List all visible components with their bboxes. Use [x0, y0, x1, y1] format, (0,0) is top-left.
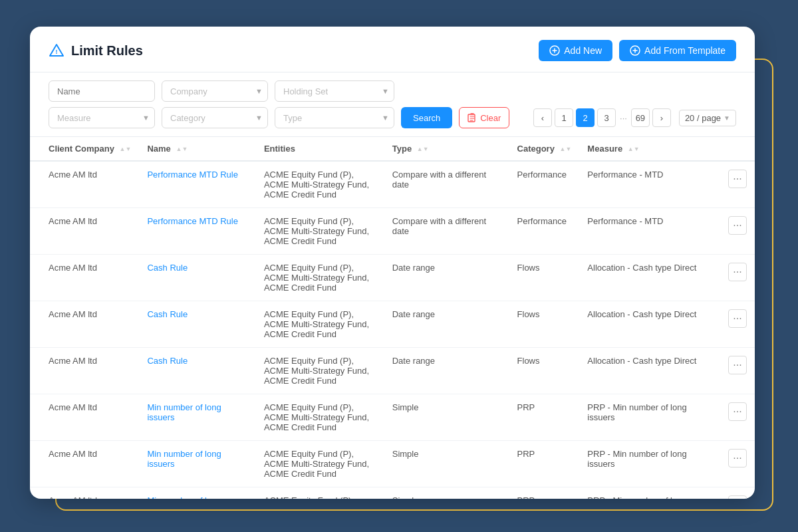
pagination: ‹ 1 2 3 ··· 69 › 20 / page ▼	[533, 108, 736, 127]
col-client-company: Client Company ▲▼	[30, 137, 139, 161]
category-select-wrapper: Category ▼	[162, 107, 268, 128]
cell-category: Flows	[509, 348, 580, 394]
cell-actions: ···	[720, 394, 755, 441]
cell-type: Simple	[384, 487, 509, 499]
cell-measure: Allocation - Cash type Direct	[579, 255, 720, 301]
cell-client: Acme AM ltd	[30, 487, 139, 499]
col-type: Type ▲▼	[384, 137, 509, 161]
cell-type: Compare with a different date	[384, 208, 509, 255]
next-page-button[interactable]: ›	[652, 108, 671, 127]
category-select[interactable]: Category	[162, 107, 268, 128]
col-measure: Measure ▲▼	[579, 137, 720, 161]
company-select-wrapper: Company ▼	[162, 80, 268, 102]
per-page-selector[interactable]: 20 / page ▼	[679, 110, 736, 126]
name-input[interactable]	[49, 80, 155, 102]
cell-actions: ···	[720, 255, 755, 301]
svg-text:!: !	[56, 49, 58, 55]
company-select[interactable]: Company	[162, 80, 268, 102]
table-row: Acme AM ltd Min number of long issuers A…	[30, 441, 755, 487]
col-actions	[720, 137, 755, 161]
page-header: ! Limit Rules Add New Add	[30, 27, 755, 72]
warning-icon: !	[49, 43, 65, 59]
type-select-wrapper: Type ▼	[275, 107, 394, 128]
cell-entities: ACME Equity Fund (P), ACME Multi-Strateg…	[256, 208, 384, 255]
cell-type: Date range	[384, 348, 509, 394]
pagination-dots: ···	[618, 113, 628, 123]
cell-actions: ···	[720, 161, 755, 208]
sort-icon-category: ▲▼	[560, 146, 572, 152]
table-row: Acme AM ltd Cash Rule ACME Equity Fund (…	[30, 255, 755, 301]
table-row: Acme AM ltd Min number of long issuers A…	[30, 487, 755, 499]
page-3-button[interactable]: 3	[597, 108, 616, 127]
more-actions-button[interactable]: ···	[728, 216, 747, 235]
page-title: Limit Rules	[71, 43, 143, 59]
measure-select-wrapper: Measure ▼	[49, 107, 155, 128]
col-category: Category ▲▼	[509, 137, 580, 161]
table-container: Client Company ▲▼ Name ▲▼ Entities Type	[30, 137, 755, 499]
cell-measure: PRP - Min number of long issuers	[579, 487, 720, 499]
page-1-button[interactable]: 1	[555, 108, 573, 127]
type-select[interactable]: Type	[275, 107, 394, 128]
cell-client: Acme AM ltd	[30, 161, 139, 208]
cell-entities: ACME Equity Fund (P), ACME Multi-Strateg…	[256, 348, 384, 394]
filter-row-1: Company ▼ Holding Set ▼	[30, 72, 755, 102]
cell-actions: ···	[720, 441, 755, 487]
limit-rules-table: Client Company ▲▼ Name ▲▼ Entities Type	[30, 137, 755, 499]
more-actions-button[interactable]: ···	[728, 170, 747, 188]
header-buttons: Add New Add From Template	[539, 40, 736, 61]
add-from-template-button[interactable]: Add From Template	[619, 40, 736, 61]
sort-icon-type: ▲▼	[417, 146, 429, 152]
cell-measure: Performance - MTD	[579, 161, 720, 208]
cell-client: Acme AM ltd	[30, 301, 139, 348]
page-2-button[interactable]: 2	[576, 108, 595, 127]
more-actions-button[interactable]: ···	[728, 402, 747, 421]
table-row: Acme AM ltd Performance MTD Rule ACME Eq…	[30, 161, 755, 208]
more-actions-button[interactable]: ···	[728, 449, 747, 467]
table-row: Acme AM ltd Min number of long issuers A…	[30, 394, 755, 441]
cell-type: Compare with a different date	[384, 161, 509, 208]
cell-measure: PRP - Min number of long issuers	[579, 394, 720, 441]
cell-category: Performance	[509, 161, 580, 208]
table-row: Acme AM ltd Cash Rule ACME Equity Fund (…	[30, 301, 755, 348]
cell-name[interactable]: Min number of long issuers	[139, 394, 255, 441]
chevron-down-icon-6: ▼	[724, 114, 730, 122]
cell-type: Simple	[384, 394, 509, 441]
plus-circle-icon	[549, 45, 560, 56]
plus-circle-icon-2	[630, 45, 640, 56]
cell-entities: ACME Equity Fund (P), ACME Multi-Strateg…	[256, 255, 384, 301]
cell-client: Acme AM ltd	[30, 441, 139, 487]
more-actions-button[interactable]: ···	[728, 356, 747, 374]
cell-name[interactable]: Min number of long issuers	[139, 441, 255, 487]
cell-actions: ···	[720, 301, 755, 348]
measure-select[interactable]: Measure	[49, 107, 155, 128]
cell-client: Acme AM ltd	[30, 208, 139, 255]
add-new-button[interactable]: Add New	[539, 40, 612, 61]
cell-entities: ACME Equity Fund (P), ACME Multi-	[256, 487, 384, 499]
cell-name[interactable]: Min number of long issuers	[139, 487, 255, 499]
last-page-button[interactable]: 69	[631, 108, 650, 127]
cell-entities: ACME Equity Fund (P), ACME Multi-Strateg…	[256, 441, 384, 487]
clear-icon	[467, 113, 477, 122]
cell-name: Cash Rule	[139, 348, 255, 394]
search-button[interactable]: Search	[401, 107, 452, 128]
col-name: Name ▲▼	[139, 137, 255, 161]
cell-measure: PRP - Min number of long issuers	[579, 441, 720, 487]
more-actions-button[interactable]: ···	[728, 263, 747, 281]
clear-button[interactable]: Clear	[459, 107, 509, 128]
cell-actions: ···	[720, 487, 755, 499]
cell-category: PRP	[509, 487, 580, 499]
sort-icon: ▲▼	[120, 146, 132, 152]
cell-name[interactable]: Performance MTD Rule	[139, 161, 255, 208]
more-actions-button[interactable]: ···	[728, 309, 747, 328]
cell-entities: ACME Equity Fund (P), ACME Multi-Strateg…	[256, 301, 384, 348]
holding-set-select[interactable]: Holding Set	[275, 80, 394, 102]
cell-name[interactable]: Performance MTD Rule	[139, 208, 255, 255]
more-actions-button[interactable]: ···	[728, 495, 747, 499]
cell-category: Flows	[509, 301, 580, 348]
table-header-row: Client Company ▲▼ Name ▲▼ Entities Type	[30, 137, 755, 161]
cell-measure: Allocation - Cash type Direct	[579, 301, 720, 348]
holding-set-select-wrapper: Holding Set ▼	[275, 80, 394, 102]
prev-page-button[interactable]: ‹	[533, 108, 552, 127]
cell-name: Cash Rule	[139, 301, 255, 348]
cell-type: Date range	[384, 301, 509, 348]
